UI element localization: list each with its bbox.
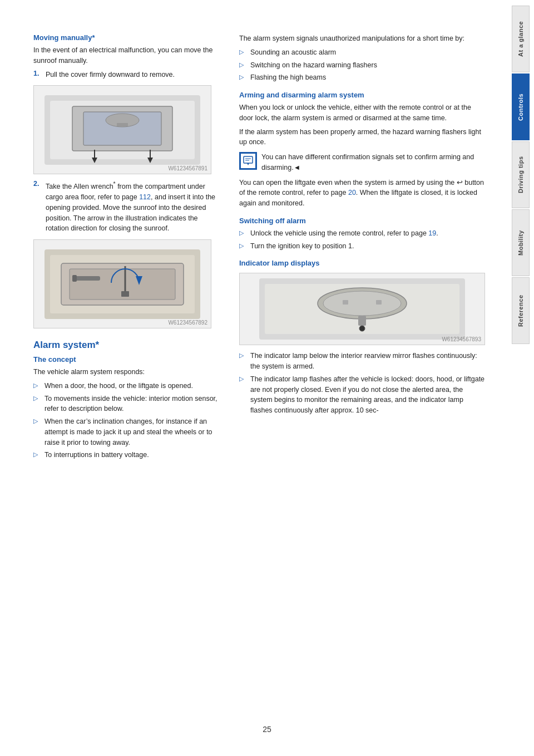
- svg-point-27: [359, 326, 365, 331]
- step1-num: 1.: [33, 70, 42, 80]
- step1: 1. Pull the cover firmly downward to rem…: [33, 70, 222, 80]
- indicator-bullet-1: ▷ The indicator lamp below the interior …: [239, 351, 485, 372]
- alarm-system-heading: Alarm system*: [33, 340, 222, 351]
- indicator-bullet-2: ▷ The indicator lamp flashes after the v…: [239, 374, 485, 416]
- arming-heading: Arming and disarming alarm system: [239, 91, 485, 99]
- right-bullet-arrow-1: ▷: [239, 48, 247, 56]
- page-number: 25: [263, 725, 271, 734]
- right-bullet-text-3: Flashing the high beams: [250, 72, 326, 83]
- arming-para1: When you lock or unlock the vehicle, eit…: [239, 102, 485, 124]
- allen-wrench-svg: [39, 244, 206, 325]
- sunroof-cover-svg: [39, 90, 206, 170]
- concept-intro: The vehicle alarm system responds:: [33, 367, 222, 377]
- note-icon: [239, 152, 257, 170]
- arming-para3: You can open the liftgate even when the …: [239, 178, 485, 209]
- sidebar-tab-driving-tips[interactable]: Driving tips: [512, 141, 530, 208]
- indicator-heading: Indicator lamp displays: [239, 259, 485, 267]
- switching-text-2: Turn the ignition key to position 1.: [250, 241, 354, 252]
- left-bullet-text-3: When the car’s inclination changes, for …: [44, 416, 222, 448]
- indicator-text-1: The indicator lamp below the interior re…: [250, 351, 485, 372]
- svg-rect-9: [117, 123, 128, 126]
- svg-rect-29: [376, 300, 382, 305]
- left-column: Moving manually* In the event of an elec…: [33, 33, 222, 734]
- switching-bullet-1: ▷ Unlock the vehicle using the remote co…: [239, 228, 485, 239]
- right-bullet-text-1: Sounding an acoustic alarm: [250, 47, 336, 58]
- left-bullet-2: ▷ To movements inside the vehicle: inter…: [33, 394, 222, 415]
- indicator-arrow-1: ▷: [239, 352, 247, 359]
- image1-caption: W61234567891: [168, 165, 207, 171]
- right-bullet-3: ▷ Flashing the high beams: [239, 72, 485, 83]
- right-bullet-2: ▷ Switching on the hazard warning flashe…: [239, 60, 485, 71]
- indicator-text-2: The indicator lamp flashes after the veh…: [250, 374, 485, 416]
- note-text: You can have different confirmation sign…: [261, 152, 485, 173]
- right-column: The alarm system signals unauthorized ma…: [239, 33, 485, 734]
- right-bullet-arrow-3: ▷: [239, 73, 247, 81]
- step2-num: 2.: [33, 180, 42, 234]
- left-bullet-text-1: When a door, the hood, or the liftgate i…: [44, 381, 193, 391]
- note-symbol-svg: [243, 155, 254, 166]
- left-bullet-text-4: To interruptions in battery voltage.: [44, 450, 149, 460]
- sunroof-cover-image: W61234567891: [33, 85, 211, 174]
- switching-arrow-2: ▷: [239, 242, 247, 249]
- svg-rect-18: [244, 156, 253, 163]
- right-bullet-text-2: Switching on the hazard warning flashers: [250, 60, 377, 71]
- switching-bullet-2: ▷ Turn the ignition key to position 1.: [239, 241, 485, 252]
- svg-rect-28: [343, 300, 348, 305]
- step1-text: Pull the cover firmly downward to remove…: [46, 70, 175, 80]
- switching-arrow-1: ▷: [239, 229, 247, 237]
- right-bullet-arrow-2: ▷: [239, 61, 247, 68]
- svg-rect-26: [358, 316, 366, 326]
- svg-rect-15: [121, 291, 129, 297]
- image2-caption: W61234567892: [168, 320, 207, 326]
- moving-manually-heading: Moving manually*: [33, 33, 222, 42]
- left-bullet-1: ▷ When a door, the hood, or the liftgate…: [33, 381, 222, 391]
- sidebar-tab-at-a-glance[interactable]: At a glance: [512, 6, 530, 72]
- left-bullet-4: ▷ To interruptions in battery voltage.: [33, 450, 222, 460]
- svg-point-25: [323, 291, 401, 316]
- left-bullet-text-2: To movements inside the vehicle: interio…: [44, 394, 222, 415]
- note-box: You can have different confirmation sign…: [239, 152, 485, 173]
- sidebar: At a glance Controls Driving tips Mobili…: [507, 0, 534, 756]
- switching-text-1: Unlock the vehicle using the remote cont…: [250, 228, 438, 239]
- svg-rect-17: [72, 275, 77, 282]
- sidebar-tab-reference[interactable]: Reference: [512, 277, 530, 344]
- left-bullet-3: ▷ When the car’s inclination changes, fo…: [33, 416, 222, 448]
- image3-caption: W61234567893: [442, 336, 481, 342]
- right-bullet-1: ▷ Sounding an acoustic alarm: [239, 47, 485, 58]
- sidebar-tab-mobility[interactable]: Mobility: [512, 209, 530, 276]
- bullet-arrow-3: ▷: [33, 418, 41, 425]
- note-icon-inner: [241, 154, 255, 168]
- allen-wrench-image: W61234567892: [33, 239, 211, 328]
- main-content: Moving manually* In the event of an elec…: [0, 0, 507, 756]
- bullet-arrow-4: ▷: [33, 451, 41, 458]
- indicator-arrow-2: ▷: [239, 375, 247, 382]
- alarm-intro: The alarm system signals unauthorized ma…: [239, 33, 485, 44]
- concept-heading: The concept: [33, 355, 222, 364]
- arming-para2: If the alarm system has been properly ar…: [239, 127, 485, 148]
- indicator-lamp-image: W61234567893: [239, 273, 485, 345]
- sidebar-tab-controls[interactable]: Controls: [512, 73, 530, 140]
- step2-text: Take the Allen wrench* from the compartm…: [46, 180, 222, 234]
- switching-heading: Switching off alarm: [239, 217, 485, 225]
- indicator-lamp-svg: [256, 276, 468, 342]
- svg-marker-21: [247, 163, 249, 165]
- step2: 2. Take the Allen wrench* from the compa…: [33, 180, 222, 234]
- bullet-arrow-1: ▷: [33, 382, 41, 389]
- bullet-arrow-2: ▷: [33, 395, 41, 402]
- moving-intro: In the event of an electrical malfunctio…: [33, 45, 222, 66]
